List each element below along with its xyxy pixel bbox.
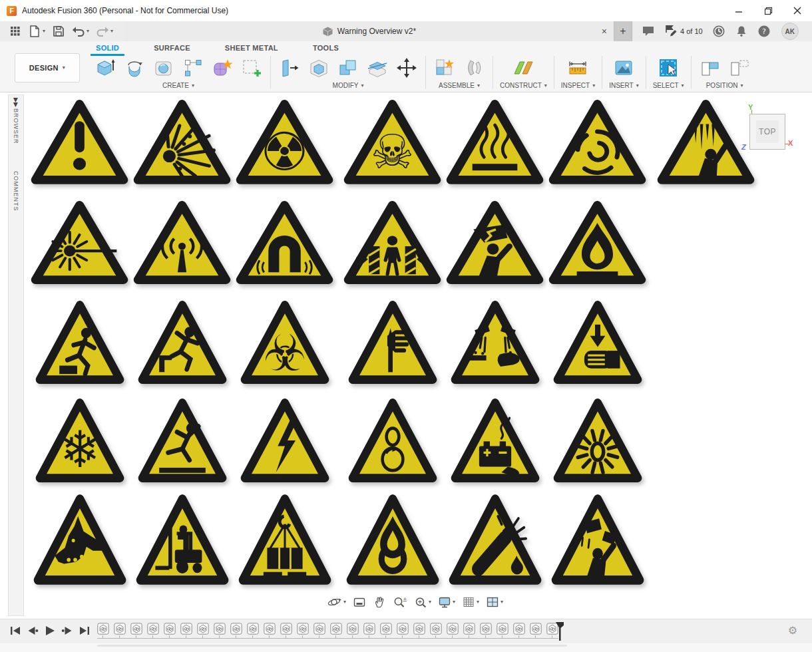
warning-sign-counter-rotating-rollers[interactable] xyxy=(348,397,437,484)
file-icon[interactable]: ▾ xyxy=(27,23,47,39)
capture-position-icon[interactable] xyxy=(698,56,722,80)
form-icon[interactable] xyxy=(210,56,234,80)
warning-sign-fall-from-height[interactable] xyxy=(138,299,227,385)
plane-icon[interactable] xyxy=(511,56,535,80)
orbit-icon[interactable]: ▾ xyxy=(327,595,346,609)
warning-sign-oxidizing-material[interactable] xyxy=(346,493,439,586)
bell-icon[interactable] xyxy=(735,25,748,38)
step-back-icon[interactable] xyxy=(27,625,39,636)
sketch-feature-icon[interactable] xyxy=(430,623,442,635)
group-label-create[interactable]: CREATE▾ xyxy=(162,82,194,89)
ribbon-tab-sheet-metal[interactable]: SHEET METAL xyxy=(222,43,281,55)
chevron-down-icon[interactable]: ▾ xyxy=(87,29,89,34)
group-label-assemble[interactable]: ASSEMBLE▾ xyxy=(439,82,480,89)
select-icon[interactable] xyxy=(656,56,680,80)
comment-icon[interactable] xyxy=(642,25,655,37)
warning-sign-hand-injury[interactable] xyxy=(553,299,642,385)
ribbon-tab-tools[interactable]: TOOLS xyxy=(310,43,341,55)
warning-sign-sharp-element[interactable] xyxy=(348,299,437,385)
warning-sign-crushing-hazard[interactable] xyxy=(343,200,441,285)
sketch-feature-icon[interactable] xyxy=(397,623,409,635)
combine-icon[interactable] xyxy=(336,56,360,80)
viewports-icon[interactable]: ▾ xyxy=(486,595,503,609)
sketch-feature-icon[interactable] xyxy=(164,623,176,635)
minimize-icon[interactable] xyxy=(724,0,753,21)
sketch-feature-icon[interactable] xyxy=(180,623,192,635)
group-label-modify[interactable]: MODIFY▾ xyxy=(333,82,364,89)
expand-panel-icon[interactable]: ▶▶ xyxy=(13,98,19,107)
sketch-feature-icon[interactable] xyxy=(530,623,542,635)
sketch-feature-icon[interactable] xyxy=(214,623,226,635)
sketch-feature-icon[interactable] xyxy=(447,623,459,635)
chevron-down-icon[interactable]: ▾ xyxy=(501,599,503,605)
ribbon-tab-solid[interactable]: SOLID xyxy=(93,43,122,55)
move-icon[interactable] xyxy=(395,56,419,80)
group-label-select[interactable]: SELECT▾ xyxy=(653,82,684,89)
new-tab-button[interactable]: + xyxy=(614,21,632,41)
warning-sign-suspended-load[interactable] xyxy=(238,493,331,586)
side-panel-item-comments[interactable]: COMMENTS xyxy=(13,171,19,212)
side-panel-item-browser[interactable]: BROWSER xyxy=(13,108,19,144)
timeline-scroll-track[interactable] xyxy=(97,645,567,647)
viewcube[interactable]: Y TOP X Z xyxy=(740,104,800,156)
avatar[interactable]: AK xyxy=(781,23,799,40)
sketch-feature-icon[interactable] xyxy=(380,623,392,635)
clock-icon[interactable] xyxy=(712,25,725,38)
sketch-feature-icon[interactable] xyxy=(114,623,126,635)
design-menu-button[interactable]: DESIGN ▾ xyxy=(15,53,80,82)
canvas-icon[interactable] xyxy=(612,56,636,80)
warning-sign-biological-hazard[interactable]: ☣ xyxy=(240,299,329,385)
sketch-feature-icon[interactable] xyxy=(313,623,325,635)
document-tab[interactable]: Warning Overview v2* × xyxy=(124,21,614,41)
help-icon[interactable]: ? xyxy=(757,25,771,38)
design-canvas[interactable]: ▶▶BROWSERCOMMENTS ☢☠☣❄ Y TOP X Z ▾±▾▾▾▾ xyxy=(0,92,812,619)
zoom-icon[interactable]: ± xyxy=(393,595,407,609)
shell-icon[interactable] xyxy=(307,56,331,80)
warning-sign-overhead-obstacle[interactable] xyxy=(446,200,544,285)
chevron-down-icon[interactable]: ▾ xyxy=(343,599,346,605)
ribbon-tab-surface[interactable]: SURFACE xyxy=(151,43,193,55)
extrude-icon[interactable] xyxy=(93,56,117,80)
warning-sign-slippery-surface[interactable] xyxy=(138,397,227,484)
pan-icon[interactable] xyxy=(373,595,386,609)
sketch-feature-icon[interactable] xyxy=(130,623,142,635)
chevron-down-icon[interactable]: ▾ xyxy=(429,599,431,605)
warning-sign-laser-beam[interactable] xyxy=(31,200,128,285)
marking-menu-indicator[interactable]: 4 of 10 xyxy=(664,24,703,39)
warning-sign-guard-dog[interactable] xyxy=(33,493,126,586)
sketch-feature-icon[interactable] xyxy=(230,623,242,635)
play-icon[interactable] xyxy=(44,625,56,637)
group-label-inspect[interactable]: INSPECT▾ xyxy=(561,82,595,89)
chevron-down-icon[interactable]: ▾ xyxy=(453,599,455,605)
group-label-insert[interactable]: INSERT▾ xyxy=(609,82,639,89)
chevron-down-icon[interactable]: ▾ xyxy=(477,599,479,605)
measure-icon[interactable] xyxy=(566,56,590,80)
look-at-icon[interactable] xyxy=(353,595,366,609)
chevron-down-icon[interactable]: ▾ xyxy=(110,29,113,34)
display-settings-icon[interactable]: ▾ xyxy=(438,595,455,609)
sketch-feature-icon[interactable] xyxy=(247,623,259,635)
restore-icon[interactable] xyxy=(753,0,783,21)
warning-sign-low-temperature[interactable]: ❄ xyxy=(35,397,124,484)
timeline-playhead[interactable] xyxy=(555,622,564,641)
warning-sign-trip-hazard[interactable] xyxy=(35,299,124,385)
sketch-feature-icon[interactable] xyxy=(330,623,342,635)
press-pull-icon[interactable] xyxy=(278,56,302,80)
timeline-settings-icon[interactable]: ⚙ xyxy=(788,624,797,637)
pattern-icon[interactable] xyxy=(181,56,205,80)
warning-sign-battery-charging[interactable] xyxy=(451,397,540,484)
new-component-icon[interactable] xyxy=(433,56,457,80)
sketch-feature-icon[interactable] xyxy=(197,623,209,635)
warning-sign-toxic-material[interactable]: ☠ xyxy=(343,98,441,186)
warning-sign-corrosive-substance[interactable] xyxy=(451,299,540,385)
split-body-icon[interactable] xyxy=(365,56,389,80)
group-label-position[interactable]: POSITION▾ xyxy=(706,82,743,89)
revert-position-icon[interactable] xyxy=(727,56,751,80)
sketch-feature-icon[interactable] xyxy=(347,623,359,635)
warning-sign-magnetic-field[interactable] xyxy=(236,200,333,285)
joint-icon[interactable] xyxy=(462,56,486,80)
sketch-feature-icon[interactable] xyxy=(463,623,475,635)
warning-sign-non-ionizing-radiation[interactable] xyxy=(133,200,231,285)
sketch-feature-icon[interactable] xyxy=(363,623,375,635)
layout-grid-icon[interactable]: ▾ xyxy=(462,595,479,609)
